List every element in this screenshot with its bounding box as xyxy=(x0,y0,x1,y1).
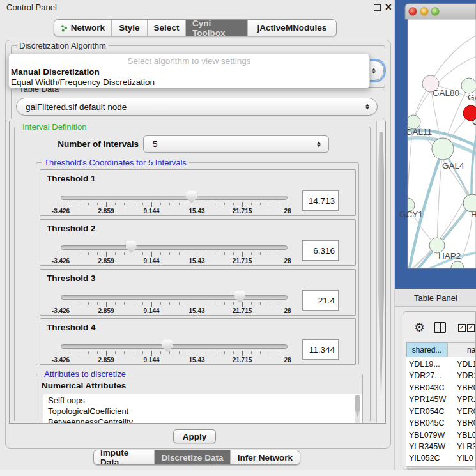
algorithm-dropdown-popup: Select algorithm to view settings Manual… xyxy=(8,54,370,88)
tab-network[interactable]: Network xyxy=(54,20,112,36)
tab-cyni-toolbox[interactable]: Cyni Toolbox xyxy=(186,20,248,36)
tick-label: 2.859 xyxy=(98,307,114,314)
tick-label: -3.426 xyxy=(52,307,70,314)
list-item-selfloops[interactable]: SelfLoops xyxy=(48,395,85,405)
threshold-4-slider-thumb[interactable] xyxy=(162,340,173,352)
number-of-intervals-label: Number of Intervals xyxy=(56,139,139,149)
tick-label: 2.859 xyxy=(98,257,114,265)
tab-jactivemnodules-label: jActiveMNodules xyxy=(257,23,327,33)
float-icon[interactable] xyxy=(374,4,381,11)
list-item-betweennesscentrality[interactable]: BetweennessCentrality xyxy=(48,417,133,424)
numerical-attributes-label: Numerical Attributes xyxy=(42,381,126,390)
table-data-combobox[interactable]: galFiltered.sif default node xyxy=(16,98,378,116)
tick-label: 9.144 xyxy=(143,357,159,364)
threshold-1-panel: Threshold 1 -3.426 2.859 9.144 15.43 21.… xyxy=(40,169,356,216)
table-row[interactable]: YLR345W xyxy=(409,442,445,451)
thresholds-group: Threshold's Coordinates for 5 Intervals … xyxy=(36,162,359,365)
numerical-attributes-list[interactable]: SelfLoops TopologicalCoefficient Between… xyxy=(43,394,362,424)
tick-label: 15.43 xyxy=(188,208,204,215)
node-label-h: H xyxy=(471,210,476,219)
threshold-2-value-input[interactable] xyxy=(302,240,339,261)
tab-discretize-data[interactable]: Discretize Data xyxy=(155,450,231,464)
tab-style[interactable]: Style xyxy=(112,20,148,36)
tab-select[interactable]: Select xyxy=(148,20,186,36)
list-scrollbar[interactable] xyxy=(355,395,360,424)
tab-jactivemnodules[interactable]: jActiveMNodules xyxy=(248,20,336,36)
close-icon[interactable]: ✕ xyxy=(385,2,392,12)
combo-spinner-icon xyxy=(372,68,376,73)
node-label-gcy1: GCY1 xyxy=(399,210,423,219)
threshold-3-slider-thumb[interactable] xyxy=(234,291,245,303)
threshold-1-slider-track[interactable] xyxy=(61,196,288,200)
checkbox-icon[interactable]: ✓ xyxy=(467,324,475,332)
tick-label: 2.859 xyxy=(98,208,114,215)
tab-network-label: Network xyxy=(71,23,105,33)
tick-label: -3.426 xyxy=(52,257,70,265)
minimize-traffic-light[interactable] xyxy=(420,8,428,15)
threshold-3-slider-track[interactable] xyxy=(61,295,288,300)
right-region: GAL80 GA GAL11 GAL4 GCY1 H HAP2 C Table … xyxy=(395,0,476,476)
network-canvas[interactable] xyxy=(395,0,476,289)
node-bottom-partial[interactable] xyxy=(451,261,464,274)
checkbox-icon[interactable]: ✓ xyxy=(458,324,466,332)
tick-label: 9.144 xyxy=(143,208,159,215)
column-header-shared-name[interactable]: shared... xyxy=(406,342,447,357)
popup-item-equal-width-frequency[interactable]: Equal Width/Frequency Discretization xyxy=(11,77,369,87)
table-row[interactable]: YIL052C xyxy=(409,454,440,463)
gear-icon[interactable]: ⚙ xyxy=(414,320,425,335)
zoom-traffic-light[interactable] xyxy=(431,8,439,15)
tick-label: 21.715 xyxy=(233,357,252,364)
table-row[interactable]: YDR27... xyxy=(409,371,441,380)
threshold-2-slider-thumb[interactable] xyxy=(126,241,137,253)
list-item-topologicalcoefficient[interactable]: TopologicalCoefficient xyxy=(48,406,128,416)
vertical-scrollbar[interactable] xyxy=(376,121,385,423)
table-cell[interactable]: YDR2 xyxy=(457,371,476,380)
column-layout-icon[interactable] xyxy=(434,322,446,333)
table-cell[interactable]: YBL0 xyxy=(457,431,476,440)
attributes-group-title: Attributes to discretize xyxy=(42,369,128,379)
combo-spinner-icon xyxy=(317,141,321,147)
tab-infer-network[interactable]: Infer Network xyxy=(231,450,300,464)
table-cell[interactable]: YBR0 xyxy=(457,383,476,392)
column-header-name[interactable]: na xyxy=(447,342,476,357)
tick-label: 21.715 xyxy=(233,208,252,215)
threshold-2-slider-track[interactable] xyxy=(61,245,288,250)
threshold-4-panel: Threshold 4 -3.426 2.859 9.144 15.43 21.… xyxy=(40,318,356,365)
threshold-1-value-input[interactable] xyxy=(302,190,339,211)
table-cell[interactable]: YLR3 xyxy=(457,442,476,451)
tick-label: -3.426 xyxy=(52,357,70,364)
tab-impute-data[interactable]: Impute Data xyxy=(94,450,155,464)
node-gal4[interactable] xyxy=(432,138,454,160)
table-row[interactable]: YBR045C xyxy=(409,418,445,427)
top-tab-bar: Network Style Select Cyni Toolbox jActiv… xyxy=(54,19,337,36)
threshold-4-value-input[interactable] xyxy=(302,339,339,360)
cyni-toolbox-content: Discretization Algorithm Select algorith… xyxy=(5,40,391,449)
table-row[interactable]: YBL079W xyxy=(409,431,445,440)
interval-definition-group-title: Interval Definition xyxy=(20,122,89,132)
close-traffic-light[interactable] xyxy=(409,8,417,15)
table-cell[interactable]: YER0 xyxy=(457,407,476,416)
popup-item-manual-discretization[interactable]: Manual Discretization xyxy=(11,67,369,77)
table-cell[interactable]: YDL1 xyxy=(457,360,476,369)
scrollbar-thumb[interactable] xyxy=(378,132,384,407)
table-cell[interactable]: YPR1 xyxy=(457,395,476,404)
network-icon xyxy=(61,24,68,33)
threshold-1-slider-thumb[interactable] xyxy=(186,191,197,203)
number-of-intervals-combobox[interactable]: 5 xyxy=(143,135,329,153)
node-ga[interactable] xyxy=(461,78,476,93)
threshold-4-slider-track[interactable] xyxy=(61,344,288,349)
table-row[interactable]: YBR043C xyxy=(409,383,445,392)
table-row[interactable]: YPR145W xyxy=(409,395,446,404)
table-row[interactable]: YDL19... xyxy=(409,360,440,369)
apply-button[interactable]: Apply xyxy=(173,429,216,443)
table-cell[interactable]: YBR0 xyxy=(457,418,476,427)
node-label-gal11: GAL11 xyxy=(406,127,432,137)
threshold-4-label: Threshold 4 xyxy=(47,323,96,332)
table-row[interactable]: YER054C xyxy=(409,407,445,416)
table-panel-title: Table Panel xyxy=(414,293,457,303)
control-panel-titlebar: Control Panel ✕ xyxy=(0,0,395,15)
threshold-3-value-input[interactable] xyxy=(302,290,339,311)
list-scrollbar-thumb[interactable] xyxy=(355,395,360,417)
table-cell[interactable]: YIL0 xyxy=(457,454,473,463)
table-panel-body: ⚙ ✓ ✓ shared... na YDL19... YDL1 YDR27..… xyxy=(403,311,476,470)
